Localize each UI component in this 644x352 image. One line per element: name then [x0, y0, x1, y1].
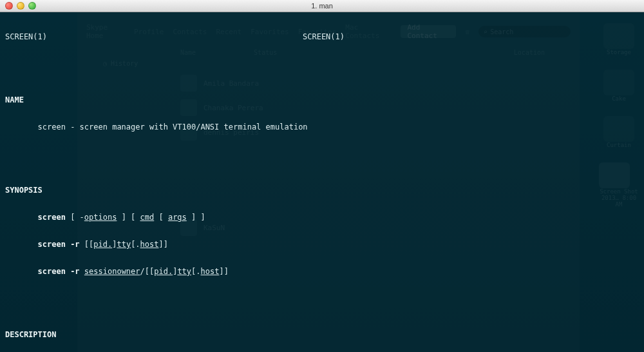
synopsis-line-2: screen -r [[pid.]tty[.host]] [5, 240, 639, 249]
window-title: 1. man [0, 2, 644, 10]
traffic-lights [0, 2, 36, 10]
minimize-icon[interactable] [17, 2, 24, 10]
manpage-header: SCREEN(1) SCREEN(1) [5, 32, 639, 41]
section-name-body: screen - screen manager with VT100/ANSI … [5, 122, 639, 132]
synopsis-line-3: screen -r sessionowner/[[pid.]tty[.host]… [5, 267, 639, 276]
synopsis-line-1: screen [ -options ] [ cmd [ args ] ] [5, 213, 639, 222]
section-name-heading: NAME [5, 95, 639, 104]
desktop-root: Skype Home Profile Contacts Recent Favor… [0, 0, 644, 352]
terminal-viewport[interactable]: SCREEN(1) SCREEN(1) NAME screen - screen… [0, 12, 644, 352]
window-titlebar: 1. man [0, 0, 644, 12]
close-icon[interactable] [5, 2, 13, 10]
manpage-header-right: SCREEN(1) [47, 32, 600, 41]
manpage-header-left: SCREEN(1) [5, 32, 47, 41]
zoom-icon[interactable] [28, 2, 36, 10]
section-description-heading: DESCRIPTION [5, 330, 639, 339]
section-synopsis-heading: SYNOPSIS [5, 186, 639, 195]
